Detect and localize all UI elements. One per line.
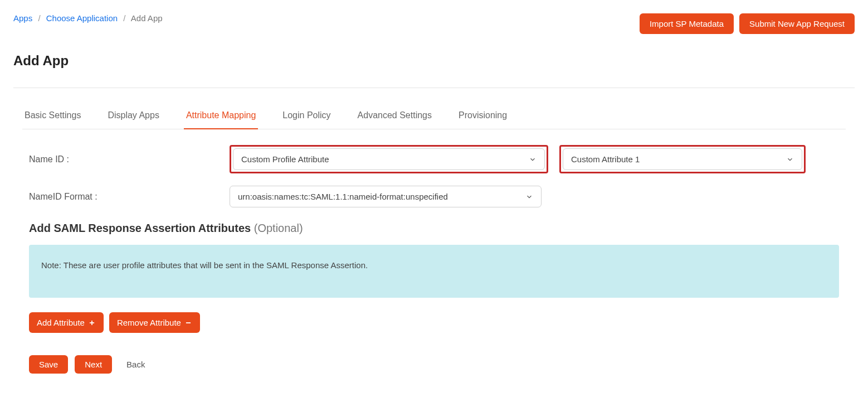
name-id-select[interactable]: Custom Profile Attribute — [233, 148, 545, 170]
tab-display-apps[interactable]: Display Apps — [105, 105, 162, 129]
plus-icon — [88, 319, 96, 327]
nameid-format-select[interactable]: urn:oasis:names:tc:SAML:1.1:nameid-forma… — [230, 186, 542, 207]
remove-attribute-label: Remove Attribute — [117, 318, 181, 327]
breadcrumb-separator: / — [38, 13, 40, 23]
page-title: Add App — [13, 53, 855, 69]
nameid-format-select-value: urn:oasis:names:tc:SAML:1.1:nameid-forma… — [238, 192, 448, 201]
tab-provisioning[interactable]: Provisioning — [456, 105, 509, 129]
tab-advanced-settings[interactable]: Advanced Settings — [355, 105, 434, 129]
add-attribute-button[interactable]: Add Attribute — [29, 312, 104, 333]
next-button[interactable]: Next — [75, 355, 112, 374]
divider — [13, 88, 855, 88]
back-link[interactable]: Back — [126, 360, 145, 369]
custom-attribute-select-value: Custom Attribute 1 — [571, 154, 640, 164]
import-sp-metadata-button[interactable]: Import SP Metadata — [640, 13, 734, 34]
breadcrumb-apps[interactable]: Apps — [13, 13, 32, 23]
add-attribute-label: Add Attribute — [37, 318, 85, 327]
assertion-attributes-heading-text: Add SAML Response Assertion Attributes — [29, 222, 254, 234]
tab-bar: Basic Settings Display Apps Attribute Ma… — [22, 105, 846, 129]
name-id-select-value: Custom Profile Attribute — [241, 154, 329, 164]
remove-attribute-button[interactable]: Remove Attribute — [109, 312, 200, 333]
nameid-format-label: NameID Format : — [29, 192, 218, 202]
breadcrumb-current: Add App — [131, 13, 163, 23]
submit-new-app-request-button[interactable]: Submit New App Request — [739, 13, 855, 34]
chevron-down-icon — [529, 156, 537, 163]
chevron-down-icon — [525, 193, 533, 201]
breadcrumb-separator: / — [123, 13, 125, 23]
assertion-attributes-heading: Add SAML Response Assertion Attributes (… — [29, 222, 839, 235]
optional-label: (Optional) — [254, 222, 303, 234]
note-box: Note: These are user profile attributes … — [29, 245, 839, 298]
breadcrumb-choose-application[interactable]: Choose Application — [46, 13, 118, 23]
chevron-down-icon — [786, 156, 794, 163]
tab-basic-settings[interactable]: Basic Settings — [22, 105, 83, 129]
breadcrumb: Apps / Choose Application / Add App — [13, 13, 163, 23]
tab-attribute-mapping[interactable]: Attribute Mapping — [184, 105, 258, 129]
tab-login-policy[interactable]: Login Policy — [280, 105, 333, 129]
note-text: Note: These are user profile attributes … — [41, 260, 368, 270]
save-button[interactable]: Save — [29, 355, 68, 374]
name-id-label: Name ID : — [29, 154, 218, 164]
top-action-buttons: Import SP Metadata Submit New App Reques… — [640, 13, 855, 34]
minus-icon — [184, 319, 192, 327]
custom-attribute-select[interactable]: Custom Attribute 1 — [563, 148, 802, 170]
